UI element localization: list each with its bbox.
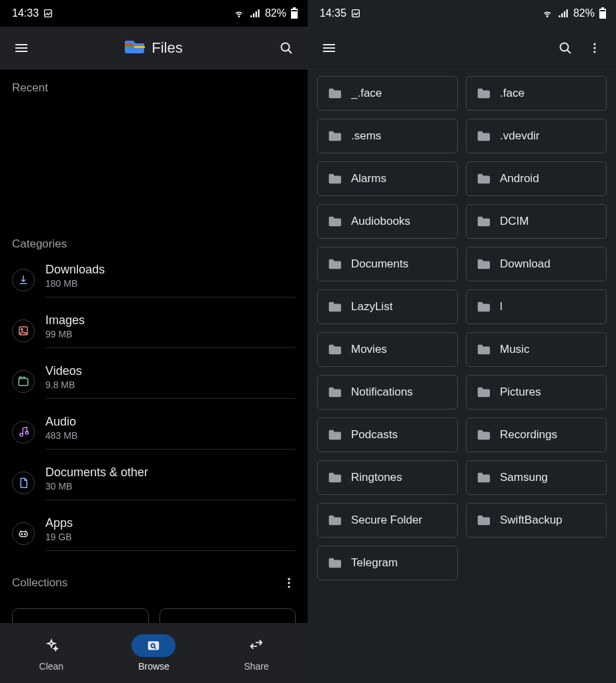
folder-name: .face: [500, 87, 525, 100]
image-icon: [12, 319, 35, 342]
folder-name: .vdevdir: [500, 129, 540, 143]
nav-browse[interactable]: Browse: [113, 634, 194, 672]
recent-empty-area: [0, 99, 308, 225]
folder-icon: [476, 257, 491, 271]
folder-name: _.face: [351, 87, 382, 100]
svg-point-13: [288, 578, 290, 580]
folder-item[interactable]: Documents: [317, 247, 458, 281]
folder-item[interactable]: Notifications: [317, 375, 458, 410]
folder-icon: [476, 428, 491, 442]
menu-button[interactable]: [314, 33, 344, 63]
nav-share[interactable]: Share: [216, 634, 296, 672]
folder-name: Notifications: [351, 386, 413, 399]
wifi-icon: [541, 7, 553, 19]
search-button[interactable]: [272, 33, 301, 63]
app-title: Files: [36, 39, 272, 57]
category-name: Audio: [45, 415, 296, 429]
folder-icon: [327, 299, 342, 314]
status-bar: 14:35 82%: [308, 0, 616, 27]
category-list: Downloads180 MBImages99 MBVideos9.8 MBAu…: [0, 255, 308, 559]
files-logo-icon: [125, 39, 145, 57]
svg-rect-10: [19, 532, 27, 537]
svg-point-25: [593, 51, 595, 53]
collections-more-button[interactable]: [274, 568, 304, 598]
nav-clean[interactable]: Clean: [11, 634, 91, 672]
folder-name: .sems: [351, 129, 381, 143]
category-size: 9.8 MB: [45, 380, 296, 390]
battery-icon: [290, 7, 298, 19]
folder-icon: [327, 257, 342, 271]
svg-rect-18: [352, 10, 360, 17]
folder-grid: _.face.face.sems.vdevdirAlarmsAndroidAud…: [308, 69, 616, 587]
folder-name: DCIM: [500, 215, 529, 228]
folder-item[interactable]: DCIM: [466, 204, 607, 239]
folder-item[interactable]: Ringtones: [317, 460, 458, 495]
status-battery-text: 82%: [265, 7, 286, 19]
folder-icon: [476, 299, 491, 314]
share-icon: [234, 634, 278, 657]
folder-item[interactable]: Podcasts: [317, 418, 458, 452]
folder-icon: [327, 385, 342, 400]
folder-item[interactable]: .vdevdir: [466, 119, 607, 153]
svg-rect-16: [148, 642, 160, 650]
folder-item[interactable]: Recordings: [466, 418, 607, 452]
audio-icon: [12, 421, 35, 444]
folder-name: Telegram: [351, 556, 398, 570]
folder-icon: [327, 129, 342, 143]
folder-item[interactable]: Android: [466, 161, 607, 196]
folder-icon: [327, 86, 342, 101]
svg-rect-20: [601, 7, 604, 9]
folder-item[interactable]: Music: [466, 332, 607, 367]
category-item-apps[interactable]: Apps19 GB: [0, 508, 308, 559]
svg-rect-3: [292, 10, 297, 11]
folder-item[interactable]: Movies: [317, 332, 458, 367]
folder-item[interactable]: Download: [466, 247, 607, 281]
svg-rect-2: [293, 7, 296, 9]
folder-icon: [327, 171, 342, 186]
status-bar: 14:33 82%: [0, 0, 308, 27]
folder-item[interactable]: LazyList: [317, 289, 458, 324]
collections-section-title: Collections: [12, 576, 67, 590]
nav-label: Clean: [39, 661, 64, 672]
more-options-button[interactable]: [580, 33, 609, 63]
folder-item[interactable]: Secure Folder: [317, 503, 458, 538]
file-browser-folder-screen: 14:35 82%: [308, 0, 616, 683]
category-item-video[interactable]: Videos9.8 MB: [0, 356, 308, 407]
battery-icon: [599, 7, 607, 19]
video-icon: [12, 370, 35, 393]
category-item-download[interactable]: Downloads180 MB: [0, 255, 308, 305]
folder-item[interactable]: .sems: [317, 119, 458, 153]
folder-item[interactable]: Telegram: [317, 546, 458, 580]
category-item-document[interactable]: Documents & other30 MB: [0, 458, 308, 508]
folder-item[interactable]: l: [466, 289, 607, 324]
folder-item[interactable]: _.face: [317, 76, 458, 111]
folder-icon: [476, 214, 491, 229]
folder-item[interactable]: Audiobooks: [317, 204, 458, 239]
category-size: 180 MB: [45, 278, 296, 289]
svg-rect-21: [600, 10, 605, 11]
category-size: 19 GB: [45, 532, 296, 542]
category-item-image[interactable]: Images99 MB: [0, 305, 308, 356]
browse-icon: [131, 634, 176, 657]
folder-icon: [476, 385, 491, 400]
folder-item[interactable]: Samsung: [466, 460, 607, 495]
folder-icon: [327, 342, 342, 357]
signal-icon: [557, 7, 569, 19]
sparkle-icon: [29, 634, 73, 657]
files-app-browse-screen: 14:33 82%: [0, 0, 308, 683]
svg-point-14: [288, 582, 290, 584]
folder-item[interactable]: .face: [466, 76, 607, 111]
folder-icon: [476, 129, 491, 143]
category-item-audio[interactable]: Audio483 MB: [0, 407, 308, 458]
folder-item[interactable]: Pictures: [466, 375, 607, 410]
folder-name: Audiobooks: [351, 215, 410, 228]
category-size: 483 MB: [45, 430, 296, 441]
folder-icon: [327, 513, 342, 528]
menu-button[interactable]: [7, 33, 36, 63]
folder-item[interactable]: Alarms: [317, 161, 458, 196]
signal-icon: [249, 7, 261, 19]
folder-name: Android: [500, 172, 539, 185]
folder-item[interactable]: SwiftBackup: [466, 503, 607, 538]
svg-point-6: [21, 329, 23, 330]
search-button[interactable]: [551, 33, 580, 63]
